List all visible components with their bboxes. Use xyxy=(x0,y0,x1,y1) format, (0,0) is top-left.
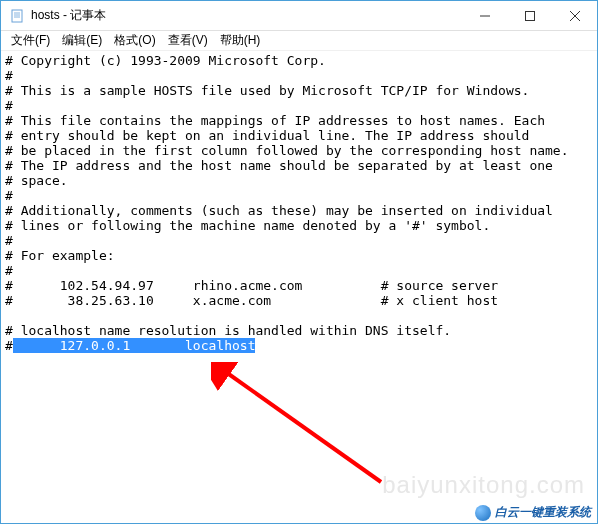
text-line: # space. xyxy=(5,173,68,188)
notepad-icon xyxy=(9,8,25,24)
window-title: hosts - 记事本 xyxy=(31,7,106,24)
text-line: # xyxy=(5,338,13,353)
footer-brand: 白云一键重装系统 xyxy=(475,504,591,521)
menu-edit[interactable]: 编辑(E) xyxy=(56,30,108,51)
text-line: # xyxy=(5,263,13,278)
text-line: # entry should be kept on an individual … xyxy=(5,128,529,143)
text-line: # xyxy=(5,188,13,203)
svg-rect-5 xyxy=(525,12,534,21)
text-line: # 38.25.63.10 x.acme.com # x client host xyxy=(5,293,498,308)
text-line: # 102.54.94.97 rhino.acme.com # source s… xyxy=(5,278,498,293)
menu-format[interactable]: 格式(O) xyxy=(108,30,161,51)
text-line: # xyxy=(5,98,13,113)
window-controls xyxy=(462,1,597,30)
text-line: # xyxy=(5,233,13,248)
brand-text: 白云一键重装系统 xyxy=(495,504,591,521)
menu-file[interactable]: 文件(F) xyxy=(5,30,56,51)
annotation-arrow-icon xyxy=(211,362,391,492)
selected-text: 127.0.0.1 localhost xyxy=(13,338,256,353)
text-line: # be placed in the first column followed… xyxy=(5,143,569,158)
menu-view[interactable]: 查看(V) xyxy=(162,30,214,51)
text-line: # Copyright (c) 1993-2009 Microsoft Corp… xyxy=(5,53,326,68)
text-line: # xyxy=(5,68,13,83)
menubar: 文件(F) 编辑(E) 格式(O) 查看(V) 帮助(H) xyxy=(1,31,597,51)
svg-line-9 xyxy=(223,370,381,482)
text-line: # The IP address and the host name shoul… xyxy=(5,158,553,173)
brand-logo-icon xyxy=(475,505,491,521)
text-line: # This is a sample HOSTS file used by Mi… xyxy=(5,83,529,98)
svg-rect-0 xyxy=(12,10,22,22)
watermark-text: baiyunxitong.com xyxy=(382,471,585,499)
text-editor-content[interactable]: # Copyright (c) 1993-2009 Microsoft Corp… xyxy=(1,51,597,355)
text-line: # lines or following the machine name de… xyxy=(5,218,490,233)
maximize-button[interactable] xyxy=(507,1,552,31)
text-line: # Additionally, comments (such as these)… xyxy=(5,203,553,218)
text-line: # This file contains the mappings of IP … xyxy=(5,113,545,128)
menu-help[interactable]: 帮助(H) xyxy=(214,30,267,51)
text-line: # localhost name resolution is handled w… xyxy=(5,323,451,338)
close-button[interactable] xyxy=(552,1,597,31)
minimize-button[interactable] xyxy=(462,1,507,31)
text-line: # For example: xyxy=(5,248,115,263)
titlebar: hosts - 记事本 xyxy=(1,1,597,31)
